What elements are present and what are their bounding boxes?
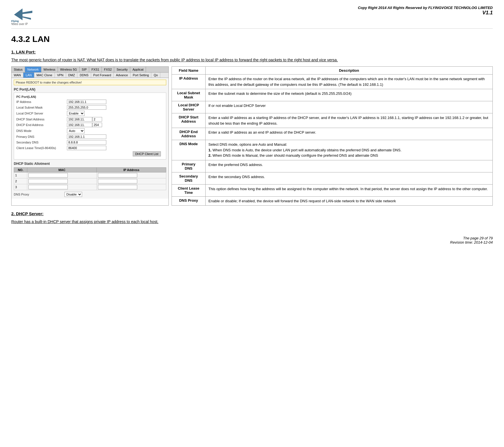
dhcp-server-label: Local DHCP Server (16, 112, 67, 115)
desc-ip-address: Enter the IP address of the router on th… (206, 75, 493, 89)
dns-proxy-select[interactable]: Disable Enable (64, 192, 82, 197)
dhcp-start-input2[interactable] (92, 117, 102, 122)
router-body: Please REBOOT to make the changes effect… (12, 78, 168, 199)
sub-lan[interactable]: LAN (23, 73, 34, 78)
field-local-dhcp: Local DHCPServer (172, 101, 206, 113)
section2-body: Router has a built-in DHCP server that a… (11, 219, 493, 225)
section2: 2. DHCP Server: Router has a built-in DH… (11, 211, 493, 225)
col-no: NO. (14, 168, 27, 172)
row1-ip-input[interactable] (98, 173, 137, 178)
ip-address-row: IP Address (16, 100, 164, 104)
nav-wireless[interactable]: Wireless (41, 67, 58, 72)
ip-address-input[interactable] (67, 100, 106, 104)
nav-sip[interactable]: SIP (80, 67, 89, 72)
field-dns-proxy: DNS Proxy (172, 196, 206, 206)
svg-marker-0 (14, 8, 32, 20)
dhcp-end-label: DHCP End Address (16, 123, 67, 127)
field-primary-dns: PrimaryDNS (172, 160, 206, 172)
subnet-mask-input[interactable] (67, 105, 106, 110)
logo-subtitle: Voice over IP (11, 23, 28, 26)
nav-fxs2[interactable]: FXS2 (102, 67, 114, 72)
col-description: Description (206, 67, 493, 75)
desc-lease-time: This option defines how long the address… (206, 184, 493, 196)
main-content: Status Network Wireless Wireless 5G SIP … (11, 66, 493, 206)
dns-mode-select[interactable]: Auto Manual (67, 128, 85, 133)
row1-mac-input[interactable] (28, 173, 68, 178)
desc-dns-proxy: Enable or disable; If enabled, the devic… (206, 196, 493, 206)
secondary-dns-row: Secondary DNS (16, 140, 164, 145)
sub-mac-clone[interactable]: MAC Clone (34, 73, 55, 78)
sub-port-setting[interactable]: Port Setting (130, 73, 151, 78)
nav-network[interactable]: Network (25, 67, 41, 72)
dhcp-server-select[interactable]: Enable Disable (67, 111, 85, 116)
dns-mode-label: DNS Mode (16, 129, 67, 132)
col-field-name: Field Name (172, 67, 206, 75)
sub-ddns[interactable]: DDNS (77, 73, 91, 78)
router-nav-top: Status Network Wireless Wireless 5G SIP … (12, 67, 168, 73)
footer-page-info: The page 29 of 79 (11, 236, 493, 240)
field-subnet-mask: Local SubnetMask (172, 89, 206, 101)
section2-heading: 2. DHCP Server: (11, 211, 493, 216)
table-row: DHCP EndAddress Enter a valid IP address… (172, 128, 493, 140)
secondary-dns-input[interactable] (67, 140, 106, 145)
sub-wan[interactable]: WAN (12, 73, 23, 78)
table-row: DNS Mode Select DNS mode, options are Au… (172, 140, 493, 160)
table-row: DHCP StartAddress Enter a valid IP addre… (172, 113, 493, 128)
field-secondary-dns: SecondaryDNS (172, 172, 206, 184)
sub-qo[interactable]: Qo (151, 73, 160, 78)
reboot-notice: Please REBOOT to make the changes effect… (14, 80, 166, 85)
row2-mac-input[interactable] (28, 179, 68, 183)
nav-applicat[interactable]: Applicat (130, 67, 146, 72)
table-row: Local DHCPServer If or not enable Local … (172, 101, 493, 113)
desc-secondary-dns: Enter the secondary DNS address. (206, 172, 493, 184)
primary-dns-row: Primary DNS (16, 134, 164, 139)
nav-wireless5g[interactable]: Wireless 5G (58, 67, 80, 72)
dhcp-end-input2[interactable] (92, 123, 102, 127)
field-dhcp-start: DHCP StartAddress (172, 113, 206, 128)
page-container: Flying Voice Voice over IP Copy Right 20… (0, 0, 504, 256)
form-section-label: PC Port(LAN) (16, 95, 164, 98)
dhcp-start-row: DHCP Start Address (16, 117, 164, 122)
desc-dhcp-start: Enter a valid IP address as a starting I… (206, 113, 493, 128)
static-allotment-table: NO. MAC IP Address 1 (14, 167, 166, 190)
row1-mac (27, 172, 97, 178)
static-allotment-section: DHCP Static Allotment NO. MAC IP Address (14, 162, 166, 190)
row1-no: 1 (14, 172, 27, 178)
table-row: IP Address Enter the IP address of the r… (172, 75, 493, 89)
nav-security[interactable]: Security (114, 67, 130, 72)
nav-fxs1[interactable]: FXS1 (89, 67, 102, 72)
row2-mac (27, 178, 97, 184)
version-text: V1.1 (358, 10, 493, 16)
dhcp-end-input1[interactable] (67, 123, 92, 127)
dhcp-start-input1[interactable] (67, 117, 92, 122)
dhcp-client-list-button[interactable]: DHCP Client List (133, 151, 161, 156)
table-row: SecondaryDNS Enter the secondary DNS add… (172, 172, 493, 184)
primary-dns-input[interactable] (67, 134, 106, 139)
row2-ip-input[interactable] (98, 179, 137, 183)
dhcp-end-row: DHCP End Address (16, 123, 164, 127)
svg-text:Flying: Flying (11, 20, 19, 23)
sub-dmz[interactable]: DMZ (66, 73, 78, 78)
table-row: DNS Proxy Enable or disable; If enabled,… (172, 196, 493, 206)
row3-ip-input[interactable] (98, 185, 137, 189)
row3-no: 3 (14, 184, 27, 190)
router-ui: Status Network Wireless Wireless 5G SIP … (11, 66, 169, 206)
row2-ip (97, 178, 166, 184)
desc-dns-mode: Select DNS mode, options are Auto and Ma… (206, 140, 493, 160)
form-section: PC Port(LAN) IP Address Local Subnet Mas… (14, 93, 166, 160)
desc-primary-dns: Enter the preferred DNS address. (206, 160, 493, 172)
sub-port-forward[interactable]: Port Forward (91, 73, 114, 78)
subnet-mask-row: Local Subnet Mask (16, 105, 164, 110)
table-row: 3 (14, 184, 166, 190)
row3-mac (27, 184, 97, 190)
lease-time-input[interactable] (67, 146, 106, 150)
subnet-mask-label: Local Subnet Mask (16, 106, 67, 109)
desc-subnet-mask: Enter the subnet mask to determine the s… (206, 89, 493, 101)
sub-vpn[interactable]: VPN (55, 73, 66, 78)
row3-mac-input[interactable] (28, 185, 68, 189)
sub-advance[interactable]: Advance (114, 73, 130, 78)
lease-time-row: Client Lease Time(0-86400s) (16, 146, 164, 150)
field-ip-address: IP Address (172, 75, 206, 89)
nav-status[interactable]: Status (12, 67, 25, 72)
desc-dhcp-end: Enter a valid IP address as an end IP ad… (206, 128, 493, 140)
